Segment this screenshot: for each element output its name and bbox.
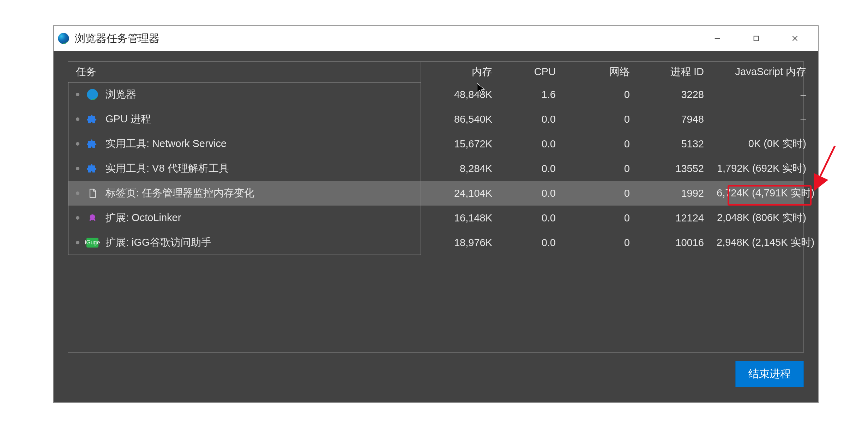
col-jsmem[interactable]: JavaScript 内存 (710, 65, 813, 79)
cell-memory: 48,848K (421, 89, 499, 100)
cell-cpu: 0.0 (499, 188, 562, 199)
cell-pid: 7948 (636, 114, 710, 125)
table-row[interactable]: iGuge扩展: iGG谷歌访问助手18,976K0.00100162,948K… (68, 230, 803, 255)
row-label: 标签页: 任务管理器监控内存变化 (106, 186, 254, 200)
row-label: GPU 进程 (106, 112, 151, 126)
cell-cpu: 0.0 (499, 237, 562, 249)
table-row[interactable]: 实用工具: Network Service15,672K0.0051320K (… (68, 132, 803, 156)
window-title: 浏览器任务管理器 (75, 31, 159, 46)
cell-memory: 8,284K (421, 163, 499, 175)
maximize-button[interactable] (737, 26, 776, 51)
row-app-icon (86, 138, 98, 150)
minimize-button[interactable] (698, 26, 737, 51)
cell-pid: 13552 (636, 163, 710, 175)
iguge-badge-icon: iGuge (86, 238, 98, 248)
cell-memory: 15,672K (421, 138, 499, 150)
row-bullet-icon (76, 241, 79, 244)
svg-line-8 (816, 146, 835, 184)
row-app-icon (86, 89, 98, 100)
table-row[interactable]: 扩展: OctoLinker16,148K0.00121242,048K (80… (68, 206, 803, 230)
footer: 结束进程 (68, 360, 804, 388)
row-label: 浏览器 (106, 87, 136, 102)
col-cpu[interactable]: CPU (499, 66, 562, 78)
cell-jsmem: 1,792K (692K 实时) (710, 161, 813, 176)
cell-pid: 12124 (636, 212, 710, 224)
row-bullet-icon (76, 191, 79, 195)
table-row[interactable]: GPU 进程86,540K0.007948– (68, 107, 803, 132)
col-task[interactable]: 任务 (68, 62, 421, 82)
cell-pid: 1992 (636, 188, 710, 199)
row-app-icon: iGuge (86, 237, 98, 249)
row-app-icon (86, 187, 98, 199)
cell-jsmem: 2,048K (806K 实时) (710, 211, 813, 225)
edge-icon (57, 32, 70, 45)
cell-memory: 86,540K (421, 114, 499, 125)
cell-memory: 24,104K (421, 188, 499, 199)
cell-cpu: 0.0 (499, 212, 562, 224)
table-row[interactable]: 浏览器48,848K1.603228– (68, 82, 803, 107)
client-area: 任务 内存 CPU 网络 进程 ID JavaScript 内存 浏览器48,8… (54, 51, 818, 402)
svg-point-6 (87, 89, 98, 100)
table-row[interactable]: 标签页: 任务管理器监控内存变化24,104K0.0019926,724K (4… (68, 181, 803, 206)
svg-rect-3 (754, 36, 759, 41)
cell-network: 0 (562, 212, 636, 224)
cell-memory: 16,148K (421, 212, 499, 224)
row-bullet-icon (76, 216, 79, 220)
table-header[interactable]: 任务 内存 CPU 网络 进程 ID JavaScript 内存 (68, 62, 803, 82)
row-label: 实用工具: Network Service (106, 137, 227, 151)
row-label: 扩展: iGG谷歌访问助手 (106, 236, 211, 250)
process-table: 任务 内存 CPU 网络 进程 ID JavaScript 内存 浏览器48,8… (68, 61, 804, 353)
cell-network: 0 (562, 114, 636, 125)
cell-network: 0 (562, 89, 636, 100)
row-app-icon (86, 212, 98, 224)
cell-network: 0 (562, 163, 636, 175)
cell-pid: 5132 (636, 138, 710, 150)
titlebar: 浏览器任务管理器 (54, 26, 818, 51)
row-bullet-icon (76, 142, 79, 146)
cell-pid: 3228 (636, 89, 710, 100)
cell-jsmem: – (710, 114, 813, 125)
end-process-button[interactable]: 结束进程 (735, 361, 804, 387)
cell-cpu: 0.0 (499, 138, 562, 150)
cell-network: 0 (562, 188, 636, 199)
cell-cpu: 0.0 (499, 163, 562, 175)
row-label: 扩展: OctoLinker (106, 211, 181, 225)
table-row[interactable]: 实用工具: V8 代理解析工具8,284K0.00135521,792K (69… (68, 156, 803, 181)
col-pid[interactable]: 进程 ID (636, 65, 710, 79)
cell-cpu: 0.0 (499, 114, 562, 125)
cell-jsmem: 2,948K (2,145K 实时) (710, 236, 813, 250)
cell-pid: 10016 (636, 237, 710, 249)
table-body: 浏览器48,848K1.603228–GPU 进程86,540K0.007948… (68, 82, 803, 255)
row-label: 实用工具: V8 代理解析工具 (106, 161, 229, 176)
cell-memory: 18,976K (421, 237, 499, 249)
cell-jsmem: 6,724K (4,791K 实时) (710, 186, 813, 200)
cell-jsmem: – (710, 89, 813, 100)
task-manager-window: 浏览器任务管理器 任务 内存 CPU 网络 (53, 25, 819, 403)
close-button[interactable] (776, 26, 814, 51)
row-bullet-icon (76, 167, 79, 170)
col-network[interactable]: 网络 (562, 65, 636, 79)
row-app-icon (86, 163, 98, 175)
row-bullet-icon (76, 117, 79, 121)
col-memory[interactable]: 内存 (421, 65, 499, 79)
cell-cpu: 1.6 (499, 89, 562, 100)
cell-jsmem: 0K (0K 实时) (710, 137, 813, 151)
row-app-icon (86, 113, 98, 125)
cell-network: 0 (562, 138, 636, 150)
row-bullet-icon (76, 93, 79, 96)
cell-network: 0 (562, 237, 636, 249)
